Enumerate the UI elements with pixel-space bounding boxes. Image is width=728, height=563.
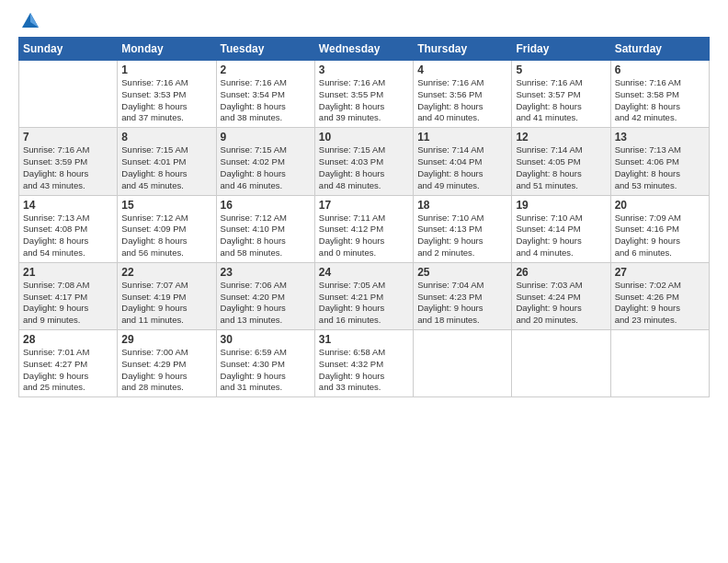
day-info: Sunrise: 6:59 AM Sunset: 4:30 PM Dayligh… xyxy=(221,347,311,394)
day-info: Sunrise: 7:04 AM Sunset: 4:23 PM Dayligh… xyxy=(417,280,507,327)
day-info: Sunrise: 7:16 AM Sunset: 3:59 PM Dayligh… xyxy=(23,144,113,191)
calendar-cell: 30Sunrise: 6:59 AM Sunset: 4:30 PM Dayli… xyxy=(216,330,314,397)
day-number: 15 xyxy=(121,199,211,212)
day-number: 28 xyxy=(23,333,113,346)
calendar-cell: 15Sunrise: 7:12 AM Sunset: 4:09 PM Dayli… xyxy=(118,195,216,262)
calendar-cell: 9Sunrise: 7:15 AM Sunset: 4:02 PM Daylig… xyxy=(216,128,314,195)
day-info: Sunrise: 7:16 AM Sunset: 3:54 PM Dayligh… xyxy=(221,77,311,124)
weekday-header-saturday: Saturday xyxy=(610,38,709,61)
day-number: 14 xyxy=(23,199,113,212)
calendar-table: SundayMondayTuesdayWednesdayThursdayFrid… xyxy=(18,37,710,397)
day-info: Sunrise: 7:15 AM Sunset: 4:02 PM Dayligh… xyxy=(221,144,311,191)
day-info: Sunrise: 7:14 AM Sunset: 4:05 PM Dayligh… xyxy=(516,144,606,191)
day-number: 11 xyxy=(417,131,507,144)
calendar-cell: 12Sunrise: 7:14 AM Sunset: 4:05 PM Dayli… xyxy=(512,128,610,195)
day-info: Sunrise: 7:01 AM Sunset: 4:27 PM Dayligh… xyxy=(23,347,113,394)
logo xyxy=(18,15,40,28)
calendar-cell: 29Sunrise: 7:00 AM Sunset: 4:29 PM Dayli… xyxy=(118,330,216,397)
calendar-week-row: 14Sunrise: 7:13 AM Sunset: 4:08 PM Dayli… xyxy=(19,195,710,262)
calendar-week-row: 1Sunrise: 7:16 AM Sunset: 3:53 PM Daylig… xyxy=(19,61,710,128)
weekday-header-thursday: Thursday xyxy=(414,38,512,61)
calendar-cell: 6Sunrise: 7:16 AM Sunset: 3:58 PM Daylig… xyxy=(610,61,709,128)
calendar-cell: 25Sunrise: 7:04 AM Sunset: 4:23 PM Dayli… xyxy=(414,262,512,329)
calendar-cell: 7Sunrise: 7:16 AM Sunset: 3:59 PM Daylig… xyxy=(19,128,118,195)
day-number: 19 xyxy=(516,199,606,212)
day-number: 29 xyxy=(121,333,211,346)
day-number: 25 xyxy=(417,266,507,279)
day-info: Sunrise: 7:16 AM Sunset: 3:55 PM Dayligh… xyxy=(319,77,409,124)
calendar-cell: 10Sunrise: 7:15 AM Sunset: 4:03 PM Dayli… xyxy=(314,128,413,195)
day-number: 13 xyxy=(615,131,705,144)
day-number: 30 xyxy=(221,333,311,346)
calendar-cell: 19Sunrise: 7:10 AM Sunset: 4:14 PM Dayli… xyxy=(512,195,610,262)
day-info: Sunrise: 7:00 AM Sunset: 4:29 PM Dayligh… xyxy=(121,347,211,394)
day-info: Sunrise: 7:11 AM Sunset: 4:12 PM Dayligh… xyxy=(319,213,409,259)
day-number: 24 xyxy=(319,266,409,279)
calendar-cell: 8Sunrise: 7:15 AM Sunset: 4:01 PM Daylig… xyxy=(118,128,216,195)
day-number: 1 xyxy=(121,63,211,76)
header xyxy=(18,15,710,28)
day-number: 4 xyxy=(417,63,507,76)
calendar-cell: 24Sunrise: 7:05 AM Sunset: 4:21 PM Dayli… xyxy=(314,262,413,329)
day-number: 12 xyxy=(516,131,606,144)
day-info: Sunrise: 7:10 AM Sunset: 4:13 PM Dayligh… xyxy=(417,213,507,259)
calendar-cell: 28Sunrise: 7:01 AM Sunset: 4:27 PM Dayli… xyxy=(19,330,118,397)
day-info: Sunrise: 7:07 AM Sunset: 4:19 PM Dayligh… xyxy=(121,280,211,327)
calendar-cell xyxy=(19,61,118,128)
weekday-header-tuesday: Tuesday xyxy=(216,38,314,61)
day-info: Sunrise: 7:10 AM Sunset: 4:14 PM Dayligh… xyxy=(516,213,606,259)
day-number: 27 xyxy=(615,266,705,279)
day-info: Sunrise: 7:16 AM Sunset: 3:56 PM Dayligh… xyxy=(417,77,507,124)
calendar-cell: 17Sunrise: 7:11 AM Sunset: 4:12 PM Dayli… xyxy=(314,195,413,262)
weekday-header-wednesday: Wednesday xyxy=(314,38,413,61)
calendar-cell: 4Sunrise: 7:16 AM Sunset: 3:56 PM Daylig… xyxy=(414,61,512,128)
day-number: 9 xyxy=(221,131,311,144)
calendar-cell: 21Sunrise: 7:08 AM Sunset: 4:17 PM Dayli… xyxy=(19,262,118,329)
day-info: Sunrise: 7:15 AM Sunset: 4:01 PM Dayligh… xyxy=(121,144,211,191)
weekday-header-friday: Friday xyxy=(512,38,610,61)
calendar-cell: 13Sunrise: 7:13 AM Sunset: 4:06 PM Dayli… xyxy=(610,128,709,195)
calendar-week-row: 28Sunrise: 7:01 AM Sunset: 4:27 PM Dayli… xyxy=(19,330,710,397)
day-info: Sunrise: 7:15 AM Sunset: 4:03 PM Dayligh… xyxy=(319,144,409,191)
day-number: 31 xyxy=(319,333,409,346)
day-number: 17 xyxy=(319,199,409,212)
day-number: 21 xyxy=(23,266,113,279)
calendar-cell xyxy=(512,330,610,397)
day-number: 8 xyxy=(121,131,211,144)
calendar-cell xyxy=(610,330,709,397)
calendar-cell: 2Sunrise: 7:16 AM Sunset: 3:54 PM Daylig… xyxy=(216,61,314,128)
day-info: Sunrise: 7:16 AM Sunset: 3:57 PM Dayligh… xyxy=(516,77,606,124)
day-number: 16 xyxy=(221,199,311,212)
day-number: 20 xyxy=(615,199,705,212)
weekday-header-monday: Monday xyxy=(118,38,216,61)
calendar-cell: 22Sunrise: 7:07 AM Sunset: 4:19 PM Dayli… xyxy=(118,262,216,329)
calendar-cell: 1Sunrise: 7:16 AM Sunset: 3:53 PM Daylig… xyxy=(118,61,216,128)
day-info: Sunrise: 6:58 AM Sunset: 4:32 PM Dayligh… xyxy=(319,347,409,394)
day-number: 22 xyxy=(121,266,211,279)
day-info: Sunrise: 7:06 AM Sunset: 4:20 PM Dayligh… xyxy=(221,280,311,327)
day-info: Sunrise: 7:02 AM Sunset: 4:26 PM Dayligh… xyxy=(615,280,705,327)
day-number: 10 xyxy=(319,131,409,144)
day-number: 7 xyxy=(23,131,113,144)
day-number: 2 xyxy=(221,63,311,76)
calendar-cell: 11Sunrise: 7:14 AM Sunset: 4:04 PM Dayli… xyxy=(414,128,512,195)
day-info: Sunrise: 7:12 AM Sunset: 4:10 PM Dayligh… xyxy=(221,213,311,259)
calendar-cell: 20Sunrise: 7:09 AM Sunset: 4:16 PM Dayli… xyxy=(610,195,709,262)
weekday-header-sunday: Sunday xyxy=(19,38,118,61)
day-number: 26 xyxy=(516,266,606,279)
calendar-cell: 27Sunrise: 7:02 AM Sunset: 4:26 PM Dayli… xyxy=(610,262,709,329)
calendar-cell: 16Sunrise: 7:12 AM Sunset: 4:10 PM Dayli… xyxy=(216,195,314,262)
day-number: 3 xyxy=(319,63,409,76)
logo-icon xyxy=(20,11,40,31)
calendar-week-row: 21Sunrise: 7:08 AM Sunset: 4:17 PM Dayli… xyxy=(19,262,710,329)
weekday-header-row: SundayMondayTuesdayWednesdayThursdayFrid… xyxy=(19,38,710,61)
day-info: Sunrise: 7:08 AM Sunset: 4:17 PM Dayligh… xyxy=(23,280,113,327)
day-info: Sunrise: 7:16 AM Sunset: 3:53 PM Dayligh… xyxy=(121,77,211,124)
day-number: 23 xyxy=(221,266,311,279)
day-info: Sunrise: 7:09 AM Sunset: 4:16 PM Dayligh… xyxy=(615,213,705,259)
day-number: 5 xyxy=(516,63,606,76)
day-info: Sunrise: 7:16 AM Sunset: 3:58 PM Dayligh… xyxy=(615,77,705,124)
day-info: Sunrise: 7:13 AM Sunset: 4:08 PM Dayligh… xyxy=(23,213,113,259)
day-number: 6 xyxy=(615,63,705,76)
page: SundayMondayTuesdayWednesdayThursdayFrid… xyxy=(0,0,728,563)
